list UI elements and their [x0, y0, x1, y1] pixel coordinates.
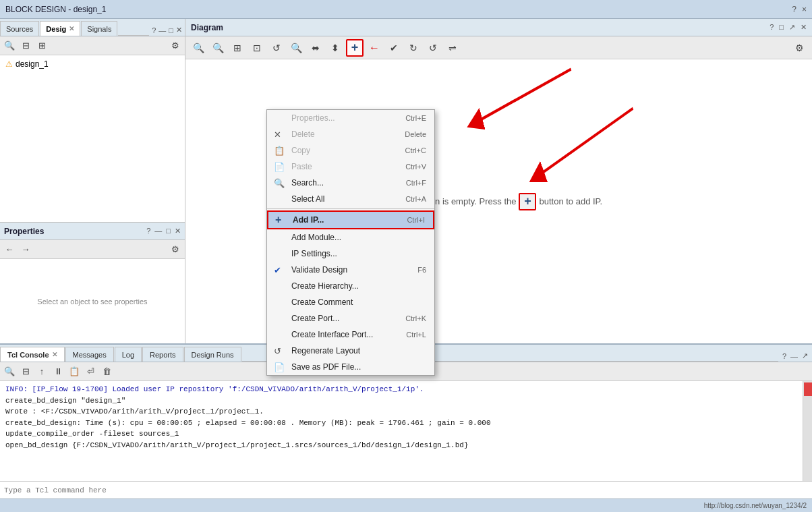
diagram-help[interactable]: ?: [770, 23, 774, 32]
close-icon[interactable]: ×: [802, 5, 807, 14]
console-copy[interactable]: 📋: [67, 365, 81, 378]
svg-line-1: [475, 69, 571, 123]
design-tree: ⚠ design_1: [0, 55, 185, 222]
diagram-minimize[interactable]: □: [779, 23, 784, 32]
search-btn[interactable]: 🔍: [3, 39, 16, 53]
diagram-settings-btn[interactable]: ⚙: [790, 39, 808, 57]
ctx-create-port[interactable]: Create Port... Ctrl+K: [267, 310, 434, 326]
props-close[interactable]: ✕: [175, 227, 181, 235]
add-ip-toolbar-btn[interactable]: +: [346, 39, 364, 57]
status-bar: http://blog.csdn.net/wuyan_1234/2: [0, 499, 812, 512]
zoom-out-btn[interactable]: 🔍: [209, 39, 227, 57]
title-bar: BLOCK DESIGN - design_1 ? ×: [0, 0, 812, 19]
align-vert-btn[interactable]: ⬍: [326, 39, 344, 57]
left-panel-minimize[interactable]: —: [158, 26, 166, 34]
design-panel-toolbar: 🔍 ⊟ ⊞ ⚙: [0, 36, 185, 55]
collapse-btn[interactable]: ⊟: [19, 39, 32, 53]
diagram-empty-after: button to add IP.: [539, 196, 602, 206]
ctx-validate[interactable]: ✔ Validate Design F6: [267, 262, 434, 278]
tree-item-design1[interactable]: ⚠ design_1: [3, 58, 182, 70]
console-scrollbar[interactable]: [803, 381, 812, 481]
console-collapse[interactable]: ⊟: [19, 365, 32, 378]
tab-tcl-console[interactable]: Tcl Console ✕: [0, 347, 65, 362]
console-line-1: INFO: [IP_Flow 19-1700] Loaded user IP r…: [5, 384, 797, 395]
console-line-6: open_bd_design {F:/CSDN_VIVADO/arith/ari…: [5, 440, 797, 451]
tab-reports[interactable]: Reports: [142, 347, 183, 362]
ctx-search[interactable]: 🔍 Search... Ctrl+F: [267, 175, 434, 191]
ctx-properties[interactable]: Properties... Ctrl+E: [267, 110, 434, 126]
ctx-regenerate[interactable]: ↺ Regenerate Layout: [267, 343, 434, 359]
fit-all-btn[interactable]: ⊞: [229, 39, 246, 57]
console-line-4: create_bd_design: Time (s): cpu = 00:00:…: [5, 418, 797, 429]
props-minimize[interactable]: —: [154, 227, 162, 235]
console-line-2: create_bd_design "design_1": [5, 395, 797, 407]
refresh-btn[interactable]: ↺: [268, 39, 285, 57]
console-help[interactable]: ?: [782, 352, 786, 360]
console-input[interactable]: [4, 486, 808, 494]
ctx-add-ip[interactable]: + Add IP... Ctrl+I: [267, 210, 434, 229]
tab-design-runs[interactable]: Design Runs: [184, 347, 241, 362]
diagram-close[interactable]: ✕: [801, 23, 807, 32]
console-text[interactable]: INFO: [IP_Flow 19-1700] Loaded user IP r…: [0, 381, 803, 481]
ctx-add-ip-icon: +: [275, 214, 281, 226]
ctx-create-hierarchy[interactable]: Create Hierarchy...: [267, 278, 434, 294]
title-bar-text: BLOCK DESIGN - design_1: [5, 5, 106, 14]
design-icon: ⚠: [5, 59, 13, 69]
diagram-title: Diagram: [191, 23, 770, 32]
zoom-in-btn[interactable]: 🔍: [190, 39, 207, 57]
console-wrap[interactable]: ⏎: [84, 365, 97, 378]
settings-btn[interactable]: ⚙: [169, 39, 182, 53]
console-pause[interactable]: ⏸: [51, 365, 65, 378]
ctx-save-pdf-icon: 📄: [274, 362, 285, 372]
console-search[interactable]: 🔍: [3, 365, 16, 378]
undo-btn[interactable]: ↺: [424, 39, 442, 57]
ctx-ip-settings[interactable]: IP Settings...: [267, 246, 434, 262]
ctx-create-interface-port[interactable]: Create Interface Port... Ctrl+L: [267, 326, 434, 343]
console-close[interactable]: ✕: [52, 351, 57, 358]
left-panel-maximize[interactable]: □: [169, 26, 173, 34]
search-diag-btn[interactable]: 🔍: [287, 39, 305, 57]
fit-selection-btn[interactable]: ⊡: [248, 39, 266, 57]
props-help[interactable]: ?: [146, 227, 150, 235]
props-forward-btn[interactable]: →: [19, 243, 32, 256]
console-line-3: Wrote : <F:/CSDN_VIVADO/arith/arith_V/pr…: [5, 406, 797, 418]
ctx-save-pdf[interactable]: 📄 Save as PDF File...: [267, 359, 434, 375]
console-up[interactable]: ↑: [35, 365, 49, 378]
diagram-add-ip-btn[interactable]: +: [519, 193, 536, 210]
ctx-add-module[interactable]: Add Module...: [267, 229, 434, 246]
properties-toolbar: ← → ⚙: [0, 240, 185, 259]
status-bar-text: http://blog.csdn.net/wuyan_1234/2: [704, 502, 807, 509]
flip-btn[interactable]: ⇌: [444, 39, 461, 57]
tab-sources[interactable]: Sources: [0, 21, 39, 36]
ctx-paste[interactable]: 📄 Paste Ctrl+V: [267, 159, 434, 175]
tab-design[interactable]: Desig ✕: [40, 21, 80, 36]
validate-btn[interactable]: ✔: [385, 39, 403, 57]
design-label: design_1: [16, 59, 49, 69]
expand-btn[interactable]: ⊞: [35, 39, 49, 53]
left-panel-close[interactable]: ✕: [176, 26, 182, 34]
tab-messages[interactable]: Messages: [65, 347, 114, 362]
ctx-create-comment[interactable]: Create Comment: [267, 294, 434, 310]
console-maximize[interactable]: ↗: [802, 351, 808, 360]
ctx-paste-icon: 📄: [274, 162, 285, 172]
ctx-delete[interactable]: ✕ Delete Delete: [267, 126, 434, 142]
props-back-btn[interactable]: ←: [3, 243, 16, 256]
left-panel-help[interactable]: ?: [152, 26, 156, 34]
reload-btn[interactable]: ↻: [405, 39, 422, 57]
ctx-copy[interactable]: 📋 Copy Ctrl+C: [267, 142, 434, 159]
ctx-regenerate-icon: ↺: [274, 346, 281, 356]
console-minimize[interactable]: —: [790, 352, 798, 360]
tab-log[interactable]: Log: [115, 347, 142, 362]
sources-tab-bar: Sources Desig ✕ Signals ? — □ ✕: [0, 19, 185, 36]
align-horiz-btn[interactable]: ⬌: [307, 39, 324, 57]
diagram-maximize[interactable]: ↗: [789, 23, 795, 32]
props-settings-btn[interactable]: ⚙: [169, 243, 182, 256]
help-icon[interactable]: ?: [792, 5, 796, 14]
console-clear[interactable]: 🗑: [100, 365, 113, 378]
undo-arrow-btn[interactable]: ←: [366, 39, 383, 57]
props-float[interactable]: □: [166, 227, 171, 235]
tab-signals[interactable]: Signals: [81, 21, 117, 36]
tab-close-design[interactable]: ✕: [69, 25, 74, 32]
ctx-select-all[interactable]: Select All Ctrl+A: [267, 191, 434, 207]
console-content: INFO: [IP_Flow 19-1700] Loaded user IP r…: [0, 381, 812, 481]
